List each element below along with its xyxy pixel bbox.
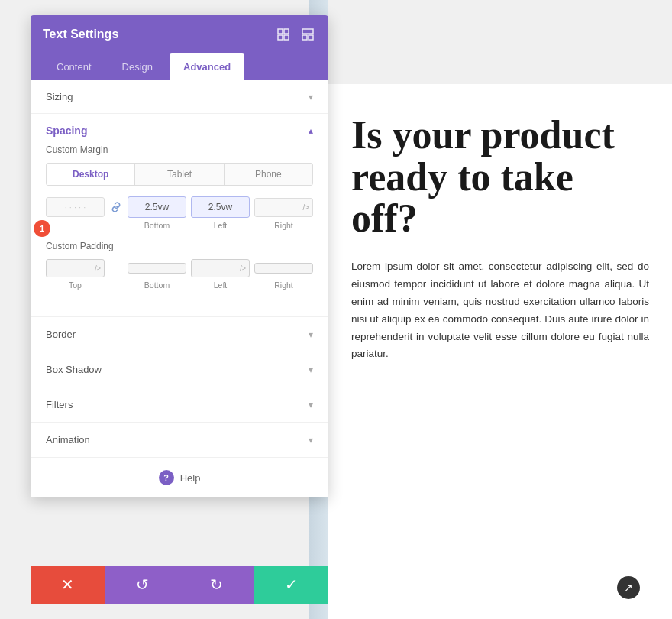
confirm-button[interactable]: ✓ — [254, 566, 329, 604]
margin-top-dots: · · · · · — [50, 203, 101, 212]
margin-top-group: · · · · · — [46, 197, 105, 217]
animation-label: Animation — [46, 434, 90, 446]
custom-padding-label: Custom Padding — [46, 241, 313, 251]
undo-button[interactable]: ↺ — [105, 566, 180, 604]
padding-top-label: Top — [46, 280, 105, 290]
box-shadow-section[interactable]: Box Shadow ▾ — [31, 352, 328, 387]
box-shadow-chevron-icon: ▾ — [309, 365, 313, 375]
padding-bottom-input[interactable] — [128, 263, 186, 274]
bottom-toolbar: ✕ ↺ ↻ ✓ — [31, 566, 328, 604]
tab-design[interactable]: Design — [108, 53, 166, 80]
margin-right-label: Right — [254, 221, 313, 230]
padding-right-label: Right — [254, 280, 313, 290]
spacing-chevron-icon: ▴ — [309, 125, 313, 136]
svg-rect-5 — [302, 35, 307, 40]
padding-top-input[interactable]: /> — [46, 259, 105, 277]
margin-left-value: 2.5vw — [208, 202, 232, 212]
svg-rect-0 — [278, 29, 283, 34]
device-tab-phone[interactable]: Phone — [225, 164, 312, 185]
canvas-content: Is your product ready to take off? Lorem… — [328, 84, 672, 619]
tab-advanced[interactable]: Advanced — [170, 53, 244, 80]
margin-left-input[interactable]: 2.5vw — [191, 196, 250, 218]
cancel-button[interactable]: ✕ — [31, 566, 105, 604]
margin-right-group: /> — [254, 198, 313, 217]
canvas-body: Lorem ipsum dolor sit amet, consectetur … — [351, 258, 649, 364]
redo-button[interactable]: ↻ — [179, 566, 254, 604]
padding-left-label: Left — [191, 280, 250, 290]
padding-top-link: /> — [95, 264, 101, 272]
panel-title: Text Settings — [43, 28, 118, 41]
animation-section[interactable]: Animation ▾ — [31, 422, 328, 457]
layout-icon[interactable] — [299, 26, 316, 43]
filters-chevron-icon: ▾ — [309, 400, 313, 410]
margin-labels-row: Bottom Left Right — [46, 221, 313, 230]
sizing-chevron-icon: ▾ — [309, 92, 313, 102]
svg-rect-6 — [309, 35, 313, 40]
expand-icon[interactable] — [275, 26, 292, 43]
device-tab-tablet[interactable]: Tablet — [135, 164, 224, 185]
sizing-section[interactable]: Sizing ▾ — [31, 80, 328, 114]
panel-header-icons — [275, 26, 316, 43]
padding-right-group — [254, 263, 313, 274]
sizing-label: Sizing — [46, 91, 73, 102]
box-shadow-label: Box Shadow — [46, 364, 102, 375]
spacing-section: Spacing ▴ Custom Margin Desktop Tablet P… — [31, 114, 328, 316]
margin-right-icon: /> — [302, 203, 309, 212]
tab-content[interactable]: Content — [43, 53, 105, 80]
margin-bottom-label: Bottom — [128, 221, 186, 230]
step-badge: 1 — [34, 220, 50, 237]
border-section[interactable]: Border ▾ — [31, 316, 328, 352]
border-label: Border — [46, 329, 76, 340]
animation-chevron-icon: ▾ — [309, 435, 313, 446]
help-row[interactable]: ? Help — [31, 457, 328, 497]
margin-top-input-wrapper: · · · · · — [46, 197, 105, 217]
panel-header: Text Settings — [31, 15, 328, 53]
svg-rect-2 — [278, 35, 283, 40]
svg-rect-3 — [284, 35, 289, 40]
padding-right-input[interactable] — [254, 263, 313, 274]
margin-left-group: 2.5vw — [191, 196, 250, 218]
cursor-indicator — [617, 576, 640, 599]
canvas-headline: Is your product ready to take off? — [351, 115, 649, 240]
spacing-title: Spacing — [46, 125, 87, 137]
filters-section[interactable]: Filters ▾ — [31, 387, 328, 422]
help-circle-icon: ? — [159, 470, 174, 485]
margin-bottom-input[interactable]: 2.5vw — [128, 196, 186, 218]
margin-link-wrapper[interactable] — [109, 201, 123, 213]
margin-bottom-group: 2.5vw — [128, 196, 186, 218]
panel-body: Sizing ▾ Spacing ▴ Custom Margin Desktop… — [31, 80, 328, 497]
padding-left-input[interactable]: /> — [191, 259, 250, 277]
filters-label: Filters — [46, 399, 73, 410]
help-label: Help — [180, 472, 201, 484]
padding-bottom-label: Bottom — [128, 280, 186, 290]
border-chevron-icon: ▾ — [309, 329, 313, 340]
device-tab-desktop[interactable]: Desktop — [47, 164, 135, 185]
padding-labels-row: Top Bottom Left Right — [46, 280, 313, 290]
svg-rect-4 — [302, 29, 313, 34]
padding-section: Custom Padding /> — [46, 241, 313, 290]
panel-tabs: Content Design Advanced — [31, 53, 328, 80]
padding-bottom-group — [128, 263, 186, 274]
custom-margin-label: Custom Margin — [46, 144, 313, 155]
padding-inputs-row: /> /> — [46, 259, 313, 277]
settings-panel: Text Settings Content Design — [31, 15, 328, 497]
margin-right-input-wrapper[interactable]: /> — [254, 198, 313, 217]
link-icon — [110, 201, 122, 213]
margin-inputs-row: · · · · · 2.5vw — [46, 196, 313, 218]
padding-left-group: /> — [191, 259, 250, 277]
svg-rect-1 — [284, 29, 289, 34]
padding-left-link: /> — [240, 264, 246, 272]
device-tabs: Desktop Tablet Phone — [46, 163, 313, 186]
spacing-header[interactable]: Spacing ▴ — [46, 114, 313, 144]
margin-left-label: Left — [191, 221, 250, 230]
padding-top-group: /> — [46, 259, 105, 277]
margin-bottom-value: 2.5vw — [145, 202, 169, 212]
margin-top-label — [46, 221, 105, 230]
